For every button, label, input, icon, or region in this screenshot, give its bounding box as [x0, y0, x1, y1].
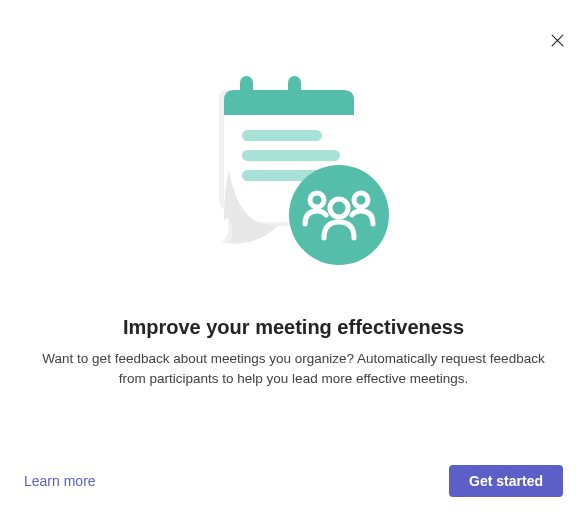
svg-rect-3	[242, 130, 322, 141]
close-icon	[551, 34, 564, 47]
learn-more-link[interactable]: Learn more	[24, 473, 96, 489]
dialog-content: Improve your meeting effectiveness Want …	[0, 0, 587, 517]
get-started-button[interactable]: Get started	[449, 465, 563, 497]
dialog-description: Want to get feedback about meetings you …	[34, 349, 554, 388]
dialog-footer: Learn more Get started	[24, 465, 563, 497]
close-button[interactable]	[547, 30, 567, 50]
dialog-title: Improve your meeting effectiveness	[123, 316, 464, 339]
calendar-people-illustration	[184, 70, 404, 280]
svg-rect-4	[242, 150, 340, 161]
